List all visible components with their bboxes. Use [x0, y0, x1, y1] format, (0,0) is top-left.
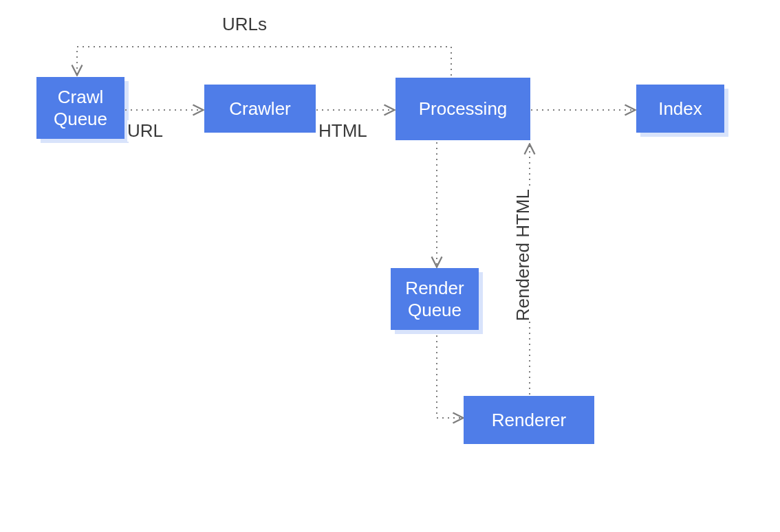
node-crawler-label: Crawler: [229, 98, 291, 120]
node-index-label: Index: [658, 98, 702, 120]
node-render-queue-label: Render Queue: [405, 277, 464, 322]
node-crawler: Crawler: [204, 85, 316, 133]
node-render-queue: Render Queue: [391, 268, 479, 330]
edge-renderqueue-renderer: [437, 335, 462, 418]
node-processing-label: Processing: [419, 98, 508, 120]
node-index: Index: [636, 85, 724, 133]
edge-urls: [77, 47, 451, 76]
edge-label-urls: URLs: [222, 14, 267, 35]
node-processing: Processing: [396, 78, 530, 140]
edge-label-url: URL: [127, 120, 163, 142]
edge-label-rendered-html: Rendered HTML: [512, 189, 534, 321]
edge-label-html: HTML: [318, 120, 367, 142]
node-crawl-queue: Crawl Queue: [36, 77, 124, 139]
node-renderer-label: Renderer: [492, 409, 566, 432]
node-crawl-queue-label: Crawl Queue: [54, 86, 107, 131]
node-renderer: Renderer: [464, 396, 594, 444]
